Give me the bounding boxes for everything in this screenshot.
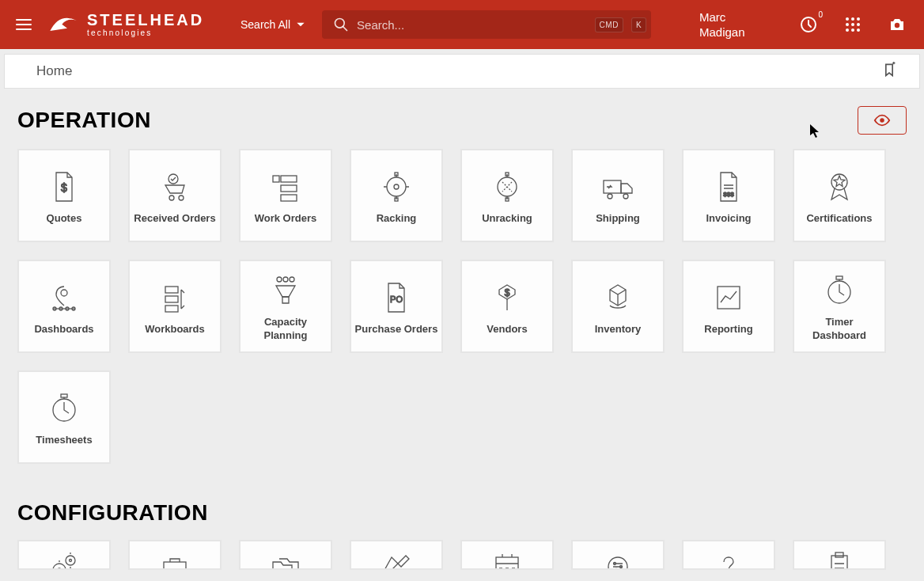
svg-point-44	[290, 277, 294, 282]
configuration-title: CONFIGURATION	[17, 500, 907, 526]
tile-label: Purchase Orders	[355, 323, 438, 336]
tile-inventory[interactable]: Inventory	[571, 260, 665, 353]
svg-point-23	[394, 184, 399, 189]
eye-icon	[873, 112, 891, 129]
svg-point-11	[857, 28, 860, 32]
tile-racking[interactable]: Racking	[350, 149, 443, 242]
tile-work-orders[interactable]: Work Orders	[239, 149, 332, 242]
tile-dashboards[interactable]: Dashboards	[17, 260, 111, 353]
clock-icon	[799, 15, 818, 34]
svg-point-5	[857, 17, 860, 21]
svg-point-7	[851, 23, 854, 26]
operation-title: OPERATION	[17, 108, 151, 133]
config-tile[interactable]	[793, 540, 886, 570]
tile-label: Dashboards	[34, 323, 93, 336]
tile-label: Shipping	[596, 212, 640, 226]
svg-rect-39	[165, 287, 178, 293]
racking-icon	[373, 166, 420, 207]
tile-vendors[interactable]: $Vendors	[460, 260, 554, 353]
tile-received-orders[interactable]: Received Orders	[128, 149, 222, 242]
received-orders-icon	[151, 166, 199, 207]
search-box[interactable]: CMD K	[322, 10, 651, 39]
tile-quotes[interactable]: $Quotes	[17, 149, 111, 242]
camera-icon	[888, 15, 907, 34]
brand-sub: technologies	[87, 29, 204, 37]
svg-point-30	[608, 194, 612, 199]
dashboards-icon	[40, 277, 88, 318]
config-tile[interactable]	[571, 540, 665, 570]
chevron-down-icon	[295, 19, 306, 30]
svg-rect-40	[165, 296, 178, 302]
apps-grid-icon	[843, 15, 862, 34]
breadcrumb-bar: Home	[4, 54, 920, 89]
svg-rect-64	[835, 553, 843, 557]
certifications-icon	[816, 166, 863, 207]
svg-point-13	[880, 118, 884, 123]
tile-capacity-planning[interactable]: Capacity Planning	[239, 260, 332, 353]
tile-workboards[interactable]: Workboards	[128, 260, 222, 353]
app-header: STEELHEAD technologies Search All CMD K …	[0, 0, 924, 49]
svg-rect-20	[281, 185, 297, 192]
svg-point-34	[61, 290, 67, 296]
clock-badge: 0	[818, 10, 823, 19]
config-tile[interactable]	[239, 540, 332, 570]
svg-point-15	[169, 174, 178, 184]
svg-rect-29	[604, 180, 621, 193]
search-scope-label: Search All	[240, 18, 290, 31]
timer-icon	[816, 270, 863, 311]
svg-text:$: $	[61, 181, 67, 194]
tile-label: Reporting	[704, 323, 752, 336]
svg-point-6	[846, 23, 849, 26]
bookmark-button[interactable]	[881, 62, 897, 81]
config-tile[interactable]	[682, 540, 775, 570]
svg-rect-41	[165, 306, 178, 312]
tile-label: Unracking	[482, 212, 532, 226]
svg-rect-63	[831, 556, 847, 570]
clock-button[interactable]: 0	[796, 12, 821, 37]
svg-rect-51	[61, 394, 67, 397]
tile-label: Invoicing	[706, 212, 751, 226]
brand-name: STEELHEAD	[87, 12, 204, 28]
config-tile[interactable]	[460, 540, 554, 570]
svg-point-17	[179, 196, 184, 200]
shipping-icon	[594, 166, 642, 207]
inventory-icon	[594, 277, 642, 318]
tile-certifications[interactable]: Certifications	[793, 149, 886, 242]
config-tile[interactable]	[350, 540, 443, 570]
tile-timesheets[interactable]: Timesheets	[17, 370, 111, 464]
tile-unracking[interactable]: Unracking	[460, 149, 554, 242]
config-tile[interactable]	[128, 540, 222, 570]
kbd-k: K	[631, 17, 646, 32]
work-orders-icon	[262, 166, 309, 207]
svg-point-16	[169, 196, 174, 200]
svg-point-61	[615, 569, 618, 571]
svg-point-12	[895, 23, 899, 28]
menu-button[interactable]	[14, 15, 36, 34]
tile-shipping[interactable]: Shipping	[571, 149, 665, 242]
tile-purchase-orders[interactable]: POPurchase Orders	[350, 260, 443, 353]
svg-point-9	[846, 28, 849, 32]
tile-label: Received Orders	[134, 212, 215, 226]
svg-point-52	[53, 564, 66, 570]
visibility-toggle-button[interactable]	[858, 106, 907, 135]
hamburger-icon	[14, 15, 33, 34]
tile-label: Capacity Planning	[244, 316, 328, 343]
search-scope-dropdown[interactable]: Search All	[240, 18, 306, 31]
workboards-icon	[151, 277, 199, 318]
tile-timer-dashboard[interactable]: Timer Dashboard	[793, 260, 886, 353]
tile-label: Racking	[377, 212, 417, 226]
search-input[interactable]	[357, 18, 587, 32]
svg-rect-49	[836, 276, 843, 279]
unracking-icon	[483, 166, 531, 207]
apps-button[interactable]	[840, 12, 865, 37]
svg-point-54	[66, 556, 75, 565]
tile-invoicing[interactable]: $$$Invoicing	[682, 149, 775, 242]
camera-button[interactable]	[884, 12, 910, 37]
username-label[interactable]: Marc Madigan	[699, 9, 771, 40]
config-tile[interactable]	[17, 540, 111, 570]
tile-reporting[interactable]: Reporting	[682, 260, 775, 353]
breadcrumb[interactable]: Home	[36, 63, 72, 79]
svg-text:$$$: $$$	[723, 191, 734, 198]
svg-rect-18	[273, 176, 279, 182]
tile-label: Inventory	[595, 323, 642, 336]
